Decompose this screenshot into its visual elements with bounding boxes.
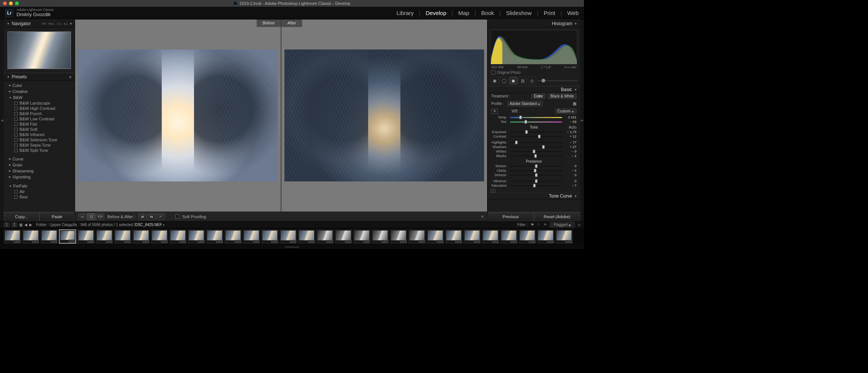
highlights-slider[interactable] [510,142,562,143]
filter-lock-icon[interactable]: ⎋ [578,223,580,227]
second-window-1[interactable]: 1 [4,222,10,227]
presets-header[interactable]: ▼Presets + [4,73,75,81]
module-print[interactable]: Print [544,10,555,16]
navigator-header[interactable]: ▼Navigator FIT FILL 1:1 3:1 ◆ [4,19,75,28]
preset-item[interactable]: Basi [6,194,72,199]
filmstrip-cell[interactable] [427,229,444,244]
ba-mode-2-icon[interactable]: ⇆ [147,213,156,220]
preset-group-bw[interactable]: ▼B&W [6,94,72,100]
wb-picker-icon[interactable]: ✎ [491,109,498,114]
reset-button[interactable]: Reset (Adobe) [534,212,581,221]
preset-group-vignetting[interactable]: ▶Vignetting [6,174,72,180]
filmstrip-cell[interactable] [243,229,260,244]
window-minimize-dot[interactable] [9,1,13,5]
blacks-slider[interactable] [510,156,562,157]
nav-1-1[interactable]: 1:1 [57,22,61,25]
filmstrip-cell[interactable] [59,229,76,244]
preset-group-creative[interactable]: ▶Creative [6,88,72,94]
folder-value[interactable]: Церих Свадьба [50,223,77,227]
preset-group-sharpening[interactable]: ▶Sharpening [6,168,72,174]
panel-switch-icon[interactable] [490,189,496,193]
treatment-bw[interactable]: Black & White [548,93,576,99]
bottom-edge-handle[interactable] [0,245,584,249]
preset-item[interactable]: Atr [6,189,72,194]
module-book[interactable]: Book [481,10,494,16]
filter-flagged-dropdown[interactable]: Flagged ◆ [550,222,575,228]
filmstrip-cell[interactable] [96,229,113,244]
right-rail-toggle[interactable]: ▶ [580,19,584,221]
module-map[interactable]: Map [458,10,469,16]
filmstrip-cell[interactable] [372,229,389,244]
window-close-dot[interactable] [3,1,7,5]
original-photo-checkbox[interactable] [491,70,495,75]
window-zoom-dot[interactable] [15,1,19,5]
loupe-view-icon[interactable]: ▭ [78,213,86,220]
texture-slider[interactable] [510,166,562,167]
before-pane[interactable] [75,19,281,211]
filmstrip-cell[interactable] [261,229,278,244]
filmstrip-cell[interactable] [151,229,168,244]
filmstrip-cell[interactable] [298,229,315,244]
navigator-preview[interactable] [4,28,75,73]
preset-item[interactable]: B&W Punch [6,111,72,116]
profile-dropdown[interactable]: Adobe Standard◆ [507,101,543,106]
preset-group-forfale[interactable]: ▼ForFale [6,183,72,189]
preset-item[interactable]: B&W Split Tone [6,148,72,153]
module-develop[interactable]: Develop [426,10,446,16]
preset-item[interactable]: B&W Sepia Tone [6,142,72,148]
filmstrip-cell[interactable] [519,229,536,244]
filmstrip-cell[interactable] [4,229,21,244]
filmstrip-cell[interactable] [555,229,573,244]
filmstrip-cell[interactable] [408,229,426,244]
filmstrip-cell[interactable] [169,229,187,244]
filmstrip-cell[interactable] [537,229,554,244]
preset-item[interactable]: B&W Soft [6,127,72,132]
redeye-tool-icon[interactable]: ◉ [509,77,517,84]
tint-slider[interactable] [510,121,562,123]
dehaze-slider[interactable] [510,175,562,176]
radial-tool-icon[interactable]: ◎ [528,77,536,84]
filmstrip-cell[interactable] [77,229,95,244]
paste-button[interactable]: Paste [39,212,75,221]
jump-fwd-icon[interactable]: ▶ [29,223,32,227]
soft-proof-checkbox[interactable] [175,214,179,219]
ba-mode-1-icon[interactable]: ⇄ [138,213,147,220]
filmstrip-cell[interactable] [353,229,370,244]
clarity-slider[interactable] [510,170,562,171]
filmstrip-cell[interactable] [390,229,407,244]
nav-3-1[interactable]: 3:1 [63,22,68,25]
temp-slider[interactable] [510,117,562,118]
contrast-slider[interactable] [510,136,562,137]
preset-group-grain[interactable]: ▶Grain [6,162,72,168]
preset-item[interactable]: B&W Infrared [6,132,72,137]
treatment-color[interactable]: Color [531,93,546,99]
previous-button[interactable]: Previous [487,212,534,221]
preset-item[interactable]: B&W High Contrast [6,106,72,111]
jump-back-icon[interactable]: ◀ [24,223,27,227]
filmstrip-cell[interactable] [463,229,481,244]
profile-browser-icon[interactable]: ▦ [573,101,576,106]
toolbar-menu-icon[interactable]: ▼ [481,215,484,219]
filmstrip-cell[interactable] [335,229,352,244]
preset-group-color[interactable]: ▶Color [6,82,72,88]
left-rail-toggle[interactable]: ◀ [0,19,4,221]
copy-button[interactable]: Copy... [4,212,39,221]
tool-size-slider[interactable] [537,77,577,84]
filmstrip-cell[interactable] [280,229,297,244]
filmstrip-cell[interactable] [316,229,334,244]
wb-dropdown[interactable]: Custom◆ [555,108,576,114]
crop-tool-icon[interactable]: ▣ [490,77,499,84]
module-web[interactable]: Web [567,10,579,16]
basic-header[interactable]: Basic▼ [487,86,580,93]
saturation-slider[interactable] [510,185,562,186]
module-library[interactable]: Library [396,10,414,16]
filmstrip-cell[interactable] [482,229,499,244]
filmstrip-cell[interactable] [41,229,58,244]
filmstrip-cell[interactable] [22,229,39,244]
filmstrip-cell[interactable] [188,229,205,244]
whites-slider[interactable] [510,151,562,152]
filmstrip-cell[interactable] [206,229,223,244]
spot-tool-icon[interactable]: ◯ [500,77,508,84]
grid-view-icon[interactable]: ▦ [19,223,23,227]
preset-group-curve[interactable]: ▶Curve [6,156,72,162]
